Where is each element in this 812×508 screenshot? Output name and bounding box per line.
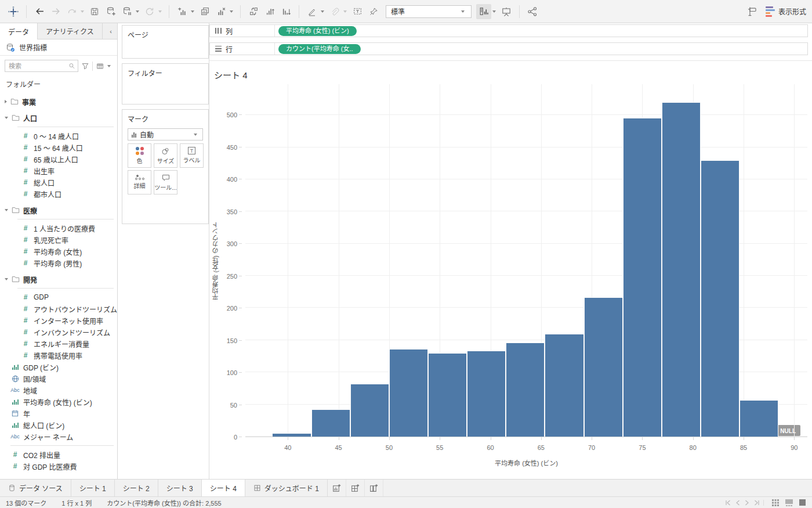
folder-expanded-caret[interactable]	[5, 117, 8, 119]
sheet-tab[interactable]: ダッシュボード 1	[245, 480, 328, 496]
show-me-button[interactable]: 表示形式	[766, 6, 806, 17]
histogram-bar[interactable]	[272, 433, 311, 437]
mark-type-select[interactable]: 自動	[128, 128, 203, 140]
swap-axes-icon[interactable]	[246, 4, 261, 19]
search-box[interactable]	[5, 60, 78, 72]
duplicate-sheet-icon[interactable]	[197, 4, 212, 19]
group-dropdown-caret[interactable]	[343, 10, 347, 13]
redo-icon[interactable]	[64, 4, 79, 19]
show-filmstrip-icon[interactable]	[785, 499, 793, 507]
field-row[interactable]: GDP (ビン)	[0, 361, 117, 373]
rows-shelf[interactable]: 行 カウント(平均寿命 (女..	[209, 42, 808, 55]
highlight-dropdown-caret[interactable]	[321, 10, 324, 13]
redo-dropdown-caret[interactable]	[81, 10, 84, 13]
detail-button[interactable]: 詳細	[128, 170, 151, 194]
pages-shelf[interactable]: ページ	[122, 25, 209, 59]
new-dashboard-tab-button[interactable]	[346, 480, 365, 496]
field-row[interactable]: #対 GDP 比医療費	[0, 460, 117, 472]
columns-pill[interactable]: 平均寿命 (女性) (ビン)	[278, 26, 357, 36]
show-mark-labels-icon[interactable]	[350, 4, 365, 19]
filters-shelf[interactable]: フィルター	[122, 63, 209, 105]
color-button[interactable]: 色	[128, 143, 151, 168]
show-cards-icon[interactable]	[476, 4, 491, 19]
sheet-tab[interactable]: シート 1	[71, 480, 115, 496]
field-row[interactable]: #CO2 排出量	[0, 449, 117, 460]
tab-data[interactable]: データ	[0, 23, 38, 39]
folder-collapsed-caret[interactable]	[5, 100, 7, 103]
back-icon[interactable]	[32, 4, 47, 19]
new-worksheet-dropdown-caret[interactable]	[191, 10, 194, 13]
histogram-bar[interactable]	[662, 102, 701, 437]
folder-expanded-caret[interactable]	[5, 278, 8, 280]
refresh-dropdown-caret[interactable]	[158, 10, 162, 13]
next-sheet-icon[interactable]	[745, 500, 749, 506]
field-row[interactable]: #65 歳以上人口	[0, 153, 117, 165]
field-row[interactable]: #インターネット使用率	[0, 315, 117, 326]
sheet-tab[interactable]: シート 2	[115, 480, 158, 496]
sheet-tab[interactable]: データ ソース	[0, 480, 71, 496]
histogram-bar[interactable]	[311, 409, 350, 437]
presentation-mode-icon[interactable]	[499, 4, 514, 19]
histogram-bar[interactable]	[467, 351, 506, 437]
filter-fields-icon[interactable]	[81, 62, 89, 70]
pause-dropdown-caret[interactable]	[136, 10, 139, 13]
field-row[interactable]: #15 ～ 64 歳人口	[0, 142, 117, 153]
field-row[interactable]: 総人口 (ビン)	[0, 419, 117, 431]
last-sheet-icon[interactable]	[754, 500, 760, 506]
field-row[interactable]: Abc地域	[0, 384, 117, 396]
field-row[interactable]: #アウトバウンドツーリズム	[0, 303, 117, 315]
save-icon[interactable]	[87, 4, 102, 19]
forward-icon[interactable]	[48, 4, 63, 19]
sort-descending-icon[interactable]	[278, 4, 293, 19]
histogram-bar[interactable]	[701, 160, 740, 437]
share-icon[interactable]	[525, 4, 540, 19]
field-row[interactable]: #都市人口	[0, 188, 117, 200]
sheet-tab-active[interactable]: シート 4	[202, 480, 245, 496]
datasource-row[interactable]: 世界指標	[0, 39, 117, 56]
histogram-bar[interactable]	[389, 349, 428, 437]
folder-row[interactable]: 人口	[0, 112, 117, 124]
field-row[interactable]: #1 人当たりの医療費	[0, 222, 117, 234]
prev-sheet-icon[interactable]	[735, 500, 740, 506]
field-row[interactable]: #乳児死亡率	[0, 234, 117, 246]
field-row[interactable]: 年	[0, 408, 117, 419]
tableau-logo-icon[interactable]	[6, 4, 21, 19]
sort-ascending-icon[interactable]	[262, 4, 277, 19]
histogram-bar[interactable]	[428, 353, 467, 437]
field-row[interactable]: #エネルギー消費量	[0, 338, 117, 350]
label-button[interactable]: T ラベル	[180, 143, 204, 168]
show-sheet-icon[interactable]	[799, 499, 806, 506]
field-row[interactable]: #平均寿命 (女性)	[0, 246, 117, 257]
view-options-icon[interactable]	[96, 62, 104, 70]
columns-shelf[interactable]: 列 平均寿命 (女性) (ビン)	[209, 24, 808, 37]
field-row[interactable]: #携帯電話使用率	[0, 350, 117, 361]
group-members-icon[interactable]	[327, 4, 342, 19]
size-button[interactable]: サイズ	[154, 143, 177, 168]
histogram-bar[interactable]	[584, 297, 623, 437]
tab-analytics[interactable]: アナリティクス	[38, 23, 103, 39]
field-row[interactable]: #GDP	[0, 291, 117, 303]
clear-sheet-dropdown-caret[interactable]	[230, 10, 233, 13]
new-worksheet-icon[interactable]	[175, 4, 190, 19]
fix-axes-icon[interactable]	[366, 4, 381, 19]
folder-expanded-caret[interactable]	[5, 209, 8, 211]
field-row[interactable]: #インバウンドツーリズム	[0, 326, 117, 338]
field-row[interactable]: Abcメジャー ネーム	[0, 431, 117, 442]
new-story-tab-button[interactable]	[365, 480, 383, 496]
histogram-bar[interactable]	[623, 118, 662, 437]
field-row[interactable]: #平均寿命 (男性)	[0, 257, 117, 269]
search-input[interactable]	[9, 63, 68, 70]
show-cards-dropdown-caret[interactable]	[492, 10, 496, 13]
folder-row[interactable]: 事業	[0, 96, 117, 107]
collapse-pane-icon[interactable]: ‹	[104, 23, 117, 39]
histogram-bar[interactable]	[506, 343, 545, 437]
pause-auto-updates-icon[interactable]	[119, 4, 135, 19]
tooltip-button[interactable]: ツール...	[154, 170, 177, 194]
field-row[interactable]: #0 ～ 14 歳人口	[0, 130, 117, 142]
tooltip-mode-icon[interactable]	[745, 4, 760, 19]
folder-row[interactable]: 医療	[0, 204, 117, 216]
refresh-icon[interactable]	[142, 4, 157, 19]
first-sheet-icon[interactable]	[725, 500, 731, 506]
clear-sheet-icon[interactable]	[213, 4, 229, 19]
folder-row[interactable]: 開発	[0, 273, 117, 285]
